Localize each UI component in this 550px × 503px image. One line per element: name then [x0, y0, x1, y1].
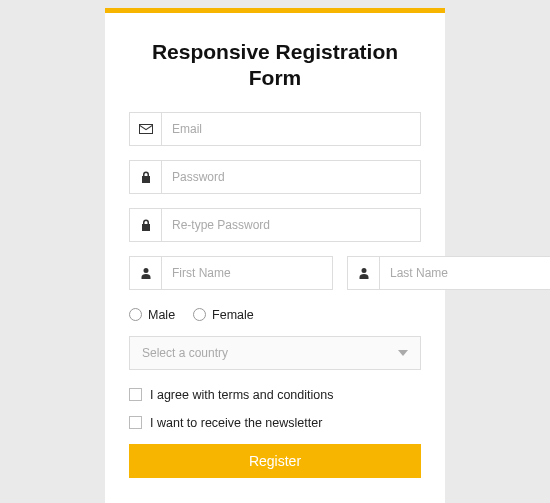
last-name-field-wrap — [347, 256, 550, 290]
lock-icon — [130, 209, 162, 241]
password-input[interactable] — [162, 161, 420, 193]
checkbox-icon — [129, 388, 142, 401]
password-field-wrap — [129, 160, 421, 194]
password2-field-wrap — [129, 208, 421, 242]
newsletter-checkbox[interactable]: I want to receive the newsletter — [129, 416, 421, 430]
user-icon — [348, 257, 380, 289]
email-input[interactable] — [162, 113, 420, 145]
country-placeholder: Select a country — [142, 346, 228, 360]
newsletter-label: I want to receive the newsletter — [150, 416, 322, 430]
gender-female-label: Female — [212, 308, 254, 322]
gender-female-radio[interactable]: Female — [193, 308, 254, 322]
registration-card: Responsive Registration Form — [105, 8, 445, 503]
checkbox-icon — [129, 416, 142, 429]
lock-icon — [130, 161, 162, 193]
gender-radios: Male Female — [129, 308, 421, 322]
name-row — [129, 256, 421, 304]
terms-checkbox[interactable]: I agree with terms and conditions — [129, 388, 421, 402]
envelope-icon — [130, 113, 162, 145]
first-name-input[interactable] — [162, 257, 332, 289]
email-field-wrap — [129, 112, 421, 146]
gender-male-label: Male — [148, 308, 175, 322]
terms-label: I agree with terms and conditions — [150, 388, 333, 402]
first-name-field-wrap — [129, 256, 333, 290]
radio-icon — [193, 308, 206, 321]
gender-male-radio[interactable]: Male — [129, 308, 175, 322]
page-title: Responsive Registration Form — [129, 39, 421, 92]
register-button[interactable]: Register — [129, 444, 421, 478]
chevron-down-icon — [398, 350, 408, 356]
country-select[interactable]: Select a country — [129, 336, 421, 370]
password2-input[interactable] — [162, 209, 420, 241]
user-icon — [130, 257, 162, 289]
last-name-input[interactable] — [380, 257, 550, 289]
radio-icon — [129, 308, 142, 321]
